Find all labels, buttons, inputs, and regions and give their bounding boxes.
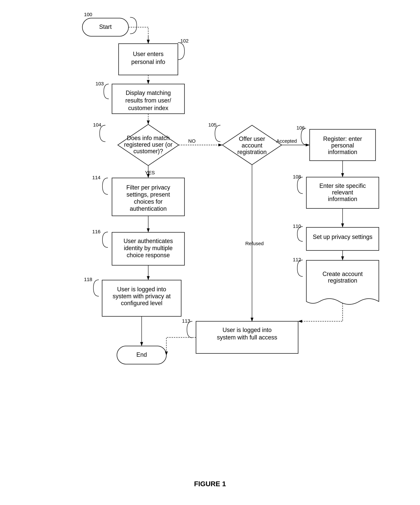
node-118-label3: configured level: [121, 300, 163, 306]
arrow-start-102-path: [128, 27, 148, 43]
ref-114: 114: [92, 175, 100, 180]
node-108-label3: information: [328, 196, 357, 202]
node-118-label2: system with privacy at: [113, 293, 171, 300]
ref-105: 105: [208, 122, 217, 127]
arrow-112-113: [298, 303, 343, 321]
ref-102: 102: [180, 38, 188, 44]
node-105-label1: Offer user: [239, 135, 265, 142]
figure-caption: FIGURE 1: [194, 480, 226, 488]
node-116-label2: identity by multiple: [124, 245, 173, 252]
node-104-label1: Does info match: [127, 135, 170, 141]
node-108-label1: Enter site specific: [319, 182, 366, 189]
node-114-label3: choices for: [134, 198, 163, 205]
ref-112: 112: [293, 257, 301, 262]
node-118-label1: User is logged into: [117, 286, 166, 293]
ref-110: 110: [293, 223, 301, 229]
yes-label: YES: [145, 170, 155, 175]
refused-label: Refused: [245, 241, 264, 246]
node-108-label2: relevant: [332, 189, 353, 196]
node-106-label3: information: [328, 149, 357, 155]
ref-116: 116: [92, 229, 100, 234]
node-104-label2: registered user (or: [124, 141, 172, 148]
ref-118: 118: [84, 277, 92, 282]
node-104-label3: customer)?: [133, 148, 163, 155]
ref-108: 108: [293, 174, 301, 179]
no-label: NO: [188, 138, 196, 144]
node-102-label2: personal info: [131, 58, 165, 65]
node-105-label2: account: [242, 142, 262, 149]
node-116-label1: User authenticates: [124, 238, 173, 244]
node-112-label2: registration: [328, 277, 357, 284]
ref-106: 106: [296, 125, 305, 131]
node-103-label2: results from user/: [125, 97, 171, 104]
node-102-label1: User enters: [133, 50, 163, 57]
node-103-label3: customer index: [128, 105, 168, 111]
node-114-label2: settings, present: [126, 191, 170, 198]
node-114-label4: authentication: [130, 205, 167, 212]
ref-103: 103: [95, 81, 104, 86]
node-110-label1: Set up privacy settings: [313, 234, 372, 240]
accepted-label: Accepted: [276, 138, 297, 144]
arrow-113-end: [166, 337, 196, 355]
node-112-label1: Create account: [322, 271, 363, 277]
flowchart-diagram: Start 100 User enters personal info 102 …: [0, 0, 420, 505]
end-label: End: [136, 351, 147, 358]
ref-100: 100: [84, 12, 92, 17]
node-113-label2: system with full access: [217, 334, 277, 341]
node-106-label2: personal: [331, 142, 354, 149]
node-113-label1: User is logged into: [223, 327, 272, 333]
node-103-label1: Display matching: [126, 89, 171, 96]
node-114-label1: Filter per privacy: [126, 184, 170, 191]
node-106-label1: Register: enter: [323, 135, 362, 142]
node-105-label3: registration: [237, 149, 267, 155]
start-label: Start: [99, 23, 112, 30]
node-116-label3: choice response: [127, 252, 170, 259]
ref-104: 104: [93, 122, 101, 127]
